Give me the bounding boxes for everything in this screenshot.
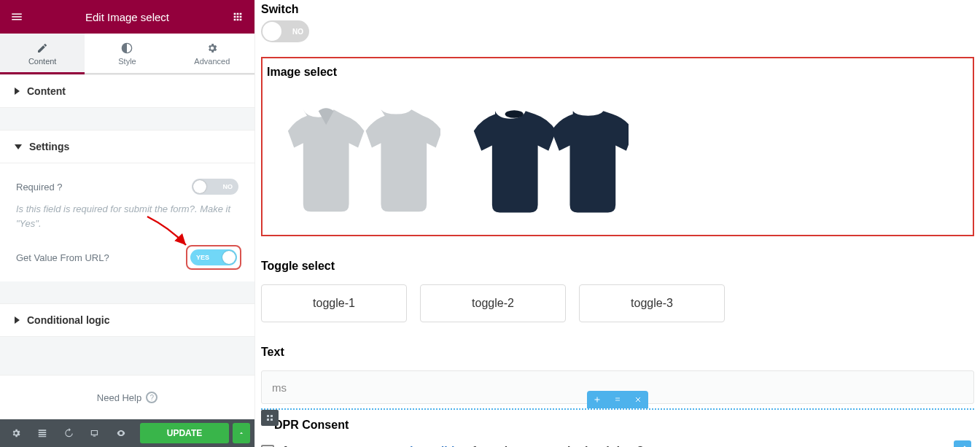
tab-label: Style — [118, 57, 136, 66]
update-label: UPDATE — [167, 428, 202, 438]
required-toggle[interactable]: NO — [192, 179, 238, 195]
close-icon[interactable] — [628, 391, 648, 408]
history-icon[interactable] — [57, 423, 80, 443]
get-value-url-toggle[interactable]: YES — [190, 249, 237, 265]
widget-toolbar — [587, 391, 648, 408]
tab-label: Advanced — [194, 57, 230, 66]
svg-point-3 — [617, 397, 618, 399]
svg-point-5 — [615, 400, 617, 401]
panel-title: Edit Image select — [85, 11, 169, 23]
help-icon: ? — [146, 392, 158, 403]
tab-label: Content — [28, 57, 57, 66]
preview-canvas: Switch NO Image select — [255, 0, 980, 447]
navigator-icon[interactable] — [31, 423, 54, 443]
image-option-2[interactable] — [454, 86, 636, 225]
toggle-option-2[interactable]: toggle-2 — [420, 284, 566, 322]
menu-icon[interactable] — [7, 7, 26, 26]
tab-advanced[interactable]: Advanced — [170, 34, 254, 73]
need-help-link[interactable]: Need Help ? — [0, 375, 254, 419]
section-settings[interactable]: Settings — [0, 130, 254, 163]
settings-icon[interactable] — [4, 423, 28, 443]
toggle-option-1[interactable]: toggle-1 — [261, 284, 407, 322]
svg-point-4 — [618, 397, 620, 399]
section-title: Conditional logic — [27, 314, 110, 326]
toggle-option-3[interactable]: toggle-3 — [579, 284, 725, 322]
arrow-annotation — [144, 213, 195, 254]
toggle-knob — [193, 180, 206, 193]
add-icon[interactable] — [587, 391, 607, 408]
switch-field[interactable]: NO — [261, 20, 309, 42]
section-content[interactable]: Content — [0, 74, 254, 108]
svg-point-1 — [505, 110, 524, 117]
image-option-1[interactable] — [265, 86, 448, 225]
gdpr-consent-row: Agree on our terms and condition for usi… — [261, 439, 974, 447]
section-conditional-logic[interactable]: Conditional logic — [0, 303, 254, 337]
required-hint: Is this field is required for submit the… — [16, 202, 238, 244]
text-label: Text — [261, 343, 974, 363]
preview-icon[interactable] — [109, 423, 133, 443]
image-select-widget: Image select — [261, 57, 974, 236]
edit-widget-button[interactable] — [954, 440, 971, 447]
toggle-select-field: toggle-1 toggle-2 toggle-3 — [261, 284, 974, 322]
chevron-right-icon — [15, 88, 20, 95]
image-select-label: Image select — [265, 63, 970, 83]
footer-bar: UPDATE — [0, 419, 254, 447]
get-value-url-label: Get Value From URL? — [16, 252, 109, 263]
section-title: Settings — [29, 141, 69, 152]
panel-body: Content Settings Required ? NO Is this f… — [0, 74, 254, 375]
tab-style[interactable]: Style — [85, 34, 169, 73]
svg-point-2 — [615, 397, 617, 399]
section-handle-icon[interactable] — [261, 410, 279, 426]
need-help-text: Need Help — [97, 392, 141, 403]
toggle-knob — [222, 251, 236, 264]
responsive-icon[interactable] — [83, 423, 106, 443]
update-more-button[interactable] — [233, 423, 250, 443]
required-control: Required ? NO — [16, 174, 238, 202]
chevron-down-icon — [15, 144, 22, 149]
update-button[interactable]: UPDATE — [140, 423, 229, 443]
editor-sidebar: Edit Image select Content Style Advanced — [0, 0, 255, 447]
switch-knob — [262, 22, 281, 41]
sidebar-header: Edit Image select — [0, 0, 254, 34]
editor-tabs: Content Style Advanced — [0, 34, 254, 74]
drag-icon[interactable] — [607, 391, 628, 408]
get-value-url-control: Get Value From URL? YES — [16, 244, 238, 274]
toggle-select-label: Toggle select — [261, 257, 974, 277]
chevron-right-icon — [15, 316, 20, 324]
section-title: Content — [27, 85, 66, 97]
svg-point-6 — [617, 400, 618, 401]
svg-point-7 — [618, 400, 620, 401]
switch-label: Switch — [261, 0, 974, 20]
gdpr-label: DPR Consent — [261, 416, 974, 436]
tab-content[interactable]: Content — [0, 34, 85, 73]
required-label: Required ? — [16, 182, 63, 193]
apps-icon[interactable] — [228, 7, 247, 26]
settings-controls: Required ? NO Is this field is required … — [0, 163, 254, 281]
